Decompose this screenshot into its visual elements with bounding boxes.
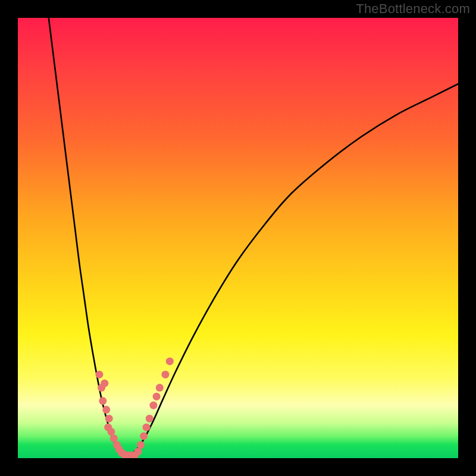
scatter-dot — [95, 371, 103, 378]
plot-area — [18, 18, 458, 458]
scatter-dot — [156, 384, 164, 392]
curve-right-curve — [128, 84, 458, 456]
scatter-dot — [166, 358, 174, 365]
scatter-dot — [143, 424, 151, 431]
scatter-dot — [101, 380, 108, 387]
watermark-text: TheBottleneck.com — [356, 1, 470, 17]
scatter-dot — [110, 434, 118, 442]
curve-layer — [49, 18, 458, 456]
scatter-dot — [105, 415, 113, 422]
scatter-dot — [153, 393, 161, 400]
scatter-layer — [95, 358, 173, 458]
scatter-dot — [140, 433, 148, 440]
curve-left-curve — [49, 18, 128, 456]
scatter-dot — [107, 428, 115, 436]
scatter-dot — [149, 402, 157, 409]
chart-frame: TheBottleneck.com — [0, 0, 476, 476]
scatter-dot — [137, 441, 145, 449]
scatter-dot — [102, 406, 110, 414]
scatter-dot — [99, 397, 107, 405]
scatter-dot — [161, 371, 169, 378]
chart-svg — [18, 18, 458, 458]
scatter-dot — [146, 415, 154, 422]
scatter-dot — [134, 447, 142, 455]
